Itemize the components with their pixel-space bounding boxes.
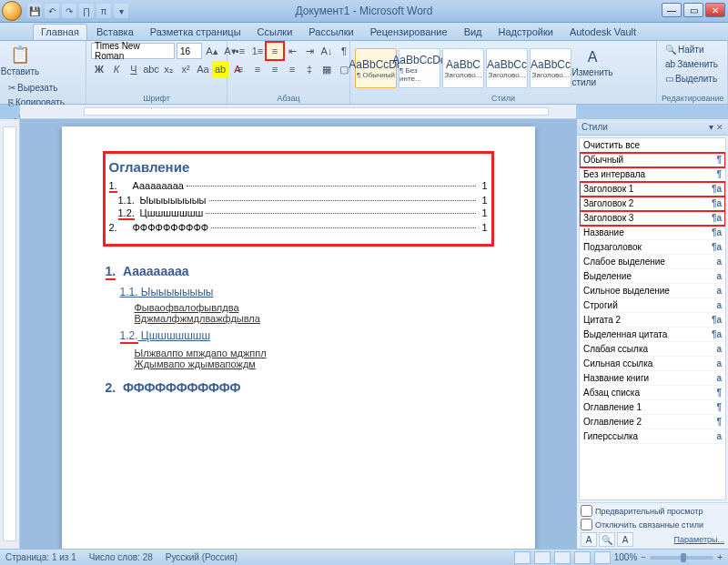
highlight-icon[interactable]: ab [212, 61, 228, 77]
justify-icon[interactable]: ≡ [284, 61, 300, 77]
find-button[interactable]: 🔍 Найти [662, 43, 708, 56]
body-paragraph[interactable]: Вджмалфжмдлважфдывла [135, 313, 491, 324]
style-item[interactable]: Выделенная цитата¶a [580, 328, 725, 342]
toc-line[interactable]: 1.2.Цшшшшшшш1 [109, 207, 488, 220]
paste-button[interactable]: 📋 Вставить [5, 43, 35, 78]
sup-icon[interactable]: x² [177, 61, 194, 77]
style-chip[interactable]: AaBbCcDd¶ Без инте... [399, 48, 440, 88]
sort-icon[interactable]: A↓ [318, 43, 335, 59]
toc-line[interactable]: 2.ФФФФФФФФФФ1 [109, 222, 488, 233]
style-item[interactable]: Заголовок 3¶a [580, 211, 725, 226]
font-name-dropdown[interactable]: Times New Roman [91, 43, 175, 59]
status-page[interactable]: Страница: 1 из 1 [5, 552, 76, 562]
cut-button[interactable]: ✂ Вырезать [5, 81, 81, 95]
tab-autodesk vault[interactable]: Autodesk Vault [562, 25, 643, 40]
style-item[interactable]: Строгийa [580, 298, 725, 313]
toc-line[interactable]: 1.1.Ыыыыыыыыы1 [109, 195, 488, 206]
qat-print[interactable]: ∏ [79, 4, 94, 18]
style-item[interactable]: Заголовок 1¶a [580, 182, 725, 197]
qat-undo[interactable]: ↶ [45, 4, 59, 18]
qat-save[interactable]: 💾 [27, 4, 42, 18]
style-chip[interactable]: AaBbCcЗаголово... [530, 48, 571, 88]
view-web-icon[interactable] [554, 551, 571, 564]
style-item[interactable]: Цитата 2¶a [580, 313, 725, 328]
tab-вид[interactable]: Вид [457, 25, 490, 40]
status-lang[interactable]: Русский (Россия) [166, 552, 238, 562]
disable-linked-checkbox[interactable]: Отключить связанные стили [581, 519, 724, 530]
horizontal-ruler[interactable] [20, 105, 576, 119]
align-left-icon[interactable]: ≡ [232, 61, 248, 77]
view-draft-icon[interactable] [594, 551, 611, 564]
tab-вставка[interactable]: Вставка [89, 25, 141, 40]
case-icon[interactable]: Aa [195, 61, 211, 77]
style-item[interactable]: Сильное выделениеa [580, 284, 725, 298]
grow-font-icon[interactable]: A▴ [204, 43, 220, 59]
style-item[interactable]: Заголовок 2¶a [580, 197, 725, 211]
heading-2[interactable]: 1.2. Цшшшшшшш [120, 329, 491, 344]
align-right-icon[interactable]: ≡ [267, 61, 283, 77]
strike-icon[interactable]: abc [143, 61, 159, 77]
view-print-icon[interactable] [514, 551, 531, 564]
body-paragraph[interactable]: Ждымвапо ждымвапождм [135, 358, 491, 369]
bullets-icon[interactable]: •≡ [232, 43, 248, 59]
zoom-slider[interactable] [650, 556, 713, 560]
new-style-icon[interactable]: A [581, 532, 597, 547]
view-outline-icon[interactable] [574, 551, 591, 564]
change-styles-button[interactable]: AИзменить стили [573, 47, 612, 89]
style-item[interactable]: Слабая ссылкаa [580, 342, 725, 357]
shading-icon[interactable]: ▦ [318, 61, 335, 77]
underline-icon[interactable]: Ч [126, 61, 142, 77]
style-item[interactable]: Абзац списка¶ [580, 386, 725, 400]
numbering-icon[interactable]: 1≡ [249, 43, 266, 59]
style-item[interactable]: Подзаголовок¶a [580, 240, 725, 255]
styles-list[interactable]: Очистить всеОбычный¶Без интервала¶Заголо… [579, 137, 726, 500]
style-chip[interactable]: AaBbCЗаголово... [442, 48, 484, 88]
body-paragraph[interactable]: Фываофвалофывлдва [135, 302, 491, 313]
style-chip[interactable]: AaBbCcЗаголово... [486, 48, 528, 88]
line-spacing-icon[interactable]: ‡ [301, 61, 318, 77]
style-item[interactable]: Сильная ссылкаa [580, 357, 725, 371]
maximize-button[interactable]: ▭ [683, 3, 703, 17]
qat-pi[interactable]: π [96, 4, 111, 18]
minimize-button[interactable]: — [662, 3, 682, 17]
document-area[interactable]: Оглавление 1.Ааааааааа11.1.Ыыыыыыыыы11.2… [20, 119, 576, 549]
inc-indent-icon[interactable]: ⇥ [301, 43, 318, 59]
office-button[interactable] [2, 1, 22, 21]
dec-indent-icon[interactable]: ⇤ [284, 43, 300, 59]
manage-styles-icon[interactable]: A [617, 532, 633, 547]
tab-разметка страницы[interactable]: Разметка страницы [143, 25, 248, 40]
align-center-icon[interactable]: ≡ [249, 61, 266, 77]
style-item[interactable]: Обычный¶ [580, 153, 725, 167]
close-button[interactable]: ✕ [705, 3, 725, 17]
zoom-in-icon[interactable]: + [717, 552, 723, 562]
qat-more[interactable]: ▾ [114, 4, 128, 18]
tab-рассылки[interactable]: Рассылки [301, 25, 360, 40]
tab-рецензирование[interactable]: Рецензирование [363, 25, 455, 40]
style-item[interactable]: Название¶a [580, 226, 725, 240]
italic-icon[interactable]: К [108, 61, 125, 77]
styles-pane-close-icon[interactable]: ✕ [716, 123, 723, 132]
tab-надстройки[interactable]: Надстройки [491, 25, 561, 40]
status-words[interactable]: Число слов: 28 [89, 552, 153, 562]
style-item[interactable]: Оглавление 2¶ [580, 415, 725, 429]
bold-icon[interactable]: Ж [91, 61, 107, 77]
style-item[interactable]: Гиперссылкаa [580, 429, 725, 444]
toc-line[interactable]: 1.Ааааааааа1 [109, 180, 488, 193]
qat-redo[interactable]: ↷ [62, 4, 76, 18]
heading-1[interactable]: 1. Ааааааааа [106, 264, 491, 280]
view-fullscreen-icon[interactable] [534, 551, 551, 564]
style-inspector-icon[interactable]: 🔍 [599, 532, 615, 547]
vertical-ruler[interactable] [0, 119, 20, 549]
preview-checkbox[interactable]: Предварительный просмотр [581, 505, 724, 517]
styles-pane-dropdown-icon[interactable]: ▾ ✕ [709, 122, 723, 132]
style-item[interactable]: Слабое выделениеa [580, 255, 725, 269]
styles-options-link[interactable]: Параметры... [674, 535, 724, 544]
replace-button[interactable]: ab Заменить [662, 57, 722, 71]
style-item[interactable]: Выделениеa [580, 269, 725, 284]
style-item[interactable]: Без интервала¶ [580, 167, 725, 182]
body-paragraph[interactable]: Ылжвалпо мпждапо мджппл [135, 348, 491, 358]
tab-главная[interactable]: Главная [33, 24, 87, 40]
multilevel-list-icon[interactable]: ≡ [267, 43, 283, 59]
style-item[interactable]: Название книгиa [580, 371, 725, 386]
heading-1[interactable]: 2. ФФФФФФФФФФФ [106, 380, 491, 395]
